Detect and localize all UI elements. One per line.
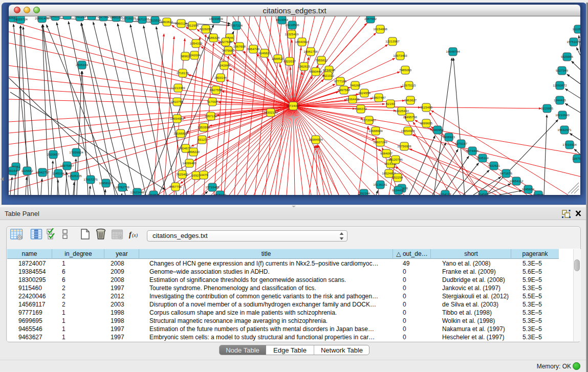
svg-text:6466160: 6466160 xyxy=(110,16,123,19)
svg-text:20691406: 20691406 xyxy=(35,16,49,20)
svg-text:5938923: 5938923 xyxy=(443,135,455,139)
svg-text:12213967: 12213967 xyxy=(385,39,400,43)
svg-text:8355617: 8355617 xyxy=(61,16,74,17)
svg-text:2242004: 2242004 xyxy=(188,53,201,57)
svg-text:16671355: 16671355 xyxy=(135,17,149,21)
svg-text:7463822: 7463822 xyxy=(161,20,173,24)
svg-text:10719155: 10719155 xyxy=(122,16,136,20)
svg-text:8186328: 8186328 xyxy=(207,36,220,39)
svg-text:1498220: 1498220 xyxy=(187,150,200,154)
svg-text:1353594: 1353594 xyxy=(198,125,210,129)
svg-text:10654112: 10654112 xyxy=(509,179,524,183)
svg-text:9084067: 9084067 xyxy=(380,151,393,155)
svg-text:8471676: 8471676 xyxy=(500,171,513,175)
svg-text:1054339: 1054339 xyxy=(190,41,203,45)
svg-text:9046131: 9046131 xyxy=(49,16,62,18)
svg-text:1112845: 1112845 xyxy=(572,27,580,31)
svg-text:18640910: 18640910 xyxy=(295,40,309,43)
svg-text:1292344: 1292344 xyxy=(358,191,371,195)
svg-text:9327508: 9327508 xyxy=(220,40,232,43)
svg-text:16782759: 16782759 xyxy=(115,185,129,189)
svg-text:8427552: 8427552 xyxy=(210,88,223,92)
svg-text:(x): (x) xyxy=(132,232,138,238)
svg-text:98961: 98961 xyxy=(181,54,190,58)
svg-text:924505: 924505 xyxy=(533,193,544,195)
svg-text:3215955: 3215955 xyxy=(541,106,554,110)
svg-text:15751074: 15751074 xyxy=(567,40,580,43)
svg-text:12923448: 12923448 xyxy=(130,190,144,194)
svg-text:62160: 62160 xyxy=(386,102,395,105)
svg-text:2718176: 2718176 xyxy=(177,71,189,75)
svg-text:7632621: 7632621 xyxy=(488,164,500,167)
svg-text:16210643: 16210643 xyxy=(555,113,570,117)
svg-text:18654982: 18654982 xyxy=(170,117,184,120)
svg-text:9134402: 9134402 xyxy=(392,188,405,192)
svg-text:19218506: 19218506 xyxy=(285,23,299,27)
svg-text:1810755: 1810755 xyxy=(171,100,184,103)
svg-text:12505135: 12505135 xyxy=(68,174,82,178)
svg-text:15716485: 15716485 xyxy=(205,185,220,189)
svg-text:10807487: 10807487 xyxy=(372,96,386,99)
svg-text:7625402: 7625402 xyxy=(176,172,189,176)
svg-text:917004: 917004 xyxy=(207,100,218,103)
svg-text:19166827: 19166827 xyxy=(173,132,188,135)
svg-text:8912954: 8912954 xyxy=(186,24,199,27)
svg-text:14099489: 14099489 xyxy=(182,161,197,165)
svg-text:1054112: 1054112 xyxy=(439,192,451,195)
svg-text:1145194: 1145194 xyxy=(52,171,64,175)
svg-text:8322037: 8322037 xyxy=(284,59,296,63)
svg-text:15136141: 15136141 xyxy=(373,183,387,186)
svg-text:17957275: 17957275 xyxy=(83,178,98,181)
svg-text:12975115: 12975115 xyxy=(402,83,416,87)
svg-text:14055724: 14055724 xyxy=(13,17,28,21)
svg-text:10973493: 10973493 xyxy=(393,54,407,57)
svg-text:18807249: 18807249 xyxy=(373,140,387,144)
svg-text:11325419: 11325419 xyxy=(285,32,299,36)
svg-text:14479: 14479 xyxy=(199,173,208,177)
svg-text:16033809: 16033809 xyxy=(209,17,223,20)
svg-text:7741525: 7741525 xyxy=(147,193,160,195)
svg-text:9474444: 9474444 xyxy=(466,149,479,152)
svg-text:1621022: 1621022 xyxy=(322,74,335,77)
svg-text:8226058: 8226058 xyxy=(200,27,212,31)
svg-text:12942757: 12942757 xyxy=(35,170,50,174)
svg-text:17359924: 17359924 xyxy=(69,150,83,154)
svg-text:6379197: 6379197 xyxy=(455,142,468,145)
svg-text:7357224: 7357224 xyxy=(230,24,243,27)
svg-text:20364436: 20364436 xyxy=(345,97,360,101)
svg-text:9463627: 9463627 xyxy=(404,98,417,102)
svg-text:7485063: 7485063 xyxy=(399,68,412,72)
svg-text:16154808: 16154808 xyxy=(373,27,387,31)
svg-text:8813054: 8813054 xyxy=(276,18,289,21)
svg-text:9245652: 9245652 xyxy=(522,187,535,191)
svg-text:2803144: 2803144 xyxy=(214,76,227,79)
svg-text:1244415: 1244415 xyxy=(554,98,567,102)
svg-text:9227349: 9227349 xyxy=(556,69,569,72)
svg-text:10756928: 10756928 xyxy=(397,144,411,148)
svg-text:83127: 83127 xyxy=(198,138,207,141)
svg-text:15495758: 15495758 xyxy=(403,115,417,119)
svg-text:2367608: 2367608 xyxy=(233,45,246,48)
svg-text:9699695: 9699695 xyxy=(420,121,433,125)
svg-text:16648784: 16648784 xyxy=(446,50,460,53)
svg-text:2935114: 2935114 xyxy=(476,156,489,160)
svg-text:19654923: 19654923 xyxy=(401,129,415,133)
svg-text:9777169: 9777169 xyxy=(334,79,347,83)
svg-text:9146821: 9146821 xyxy=(258,51,271,55)
svg-text:7955812: 7955812 xyxy=(315,58,328,62)
svg-text:3624554: 3624554 xyxy=(358,91,371,95)
svg-text:18724007: 18724007 xyxy=(286,104,300,107)
svg-text:3875685: 3875685 xyxy=(222,49,235,52)
svg-text:10975857: 10975857 xyxy=(60,164,74,167)
svg-text:924565: 924565 xyxy=(478,192,489,195)
svg-text:15302173: 15302173 xyxy=(264,111,278,114)
svg-text:10958107: 10958107 xyxy=(99,181,113,185)
svg-text:8454749: 8454749 xyxy=(247,47,260,51)
svg-text:8960124: 8960124 xyxy=(175,21,188,25)
svg-text:19384554: 19384554 xyxy=(309,138,323,141)
svg-text:12213369: 12213369 xyxy=(171,86,185,90)
svg-text:2087682: 2087682 xyxy=(364,17,377,20)
svg-text:15692971: 15692971 xyxy=(557,128,572,132)
svg-text:9242848: 9242848 xyxy=(218,63,231,67)
svg-text:2505334: 2505334 xyxy=(76,63,89,67)
